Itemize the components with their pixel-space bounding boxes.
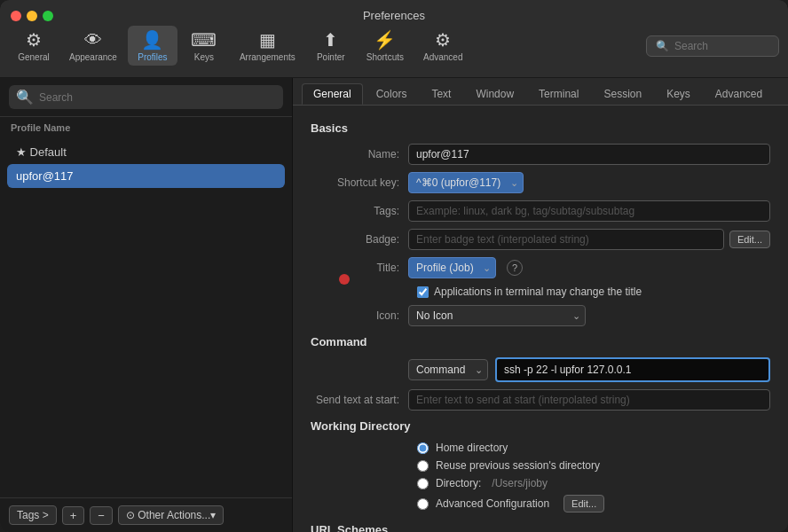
icon-row: Icon: No Icon (311, 305, 770, 326)
tags-label: Tags: (311, 205, 408, 217)
icon-select[interactable]: No Icon (408, 305, 586, 326)
remove-profile-button[interactable]: − (90, 506, 113, 525)
profile-item-upfor[interactable]: upfor@117 (7, 164, 285, 188)
add-profile-button[interactable]: + (62, 506, 85, 525)
search-icon: 🔍 (656, 40, 669, 52)
toolbar-profiles[interactable]: 👤 Profiles (128, 26, 177, 66)
close-button[interactable] (11, 11, 21, 21)
minimize-button[interactable] (27, 11, 37, 21)
main-content: 🔍 Profile Name ★ Default upfor@117 Tags … (0, 78, 788, 532)
search-input[interactable] (674, 40, 772, 52)
command-input-field[interactable] (495, 357, 770, 382)
sidebar-header: Profile Name (0, 117, 292, 137)
tab-window[interactable]: Window (464, 83, 525, 105)
home-dir-radio[interactable] (417, 442, 429, 454)
toolbar-arrangements-label: Arrangements (240, 52, 296, 62)
toolbar-keys-label: Keys (194, 52, 214, 62)
sidebar-search-area: 🔍 (0, 78, 292, 117)
titlebar: Preferences ⚙ General 👁 Appearance 👤 Pro… (0, 0, 788, 78)
command-type-select[interactable]: Command (408, 359, 488, 380)
badge-label: Badge: (311, 233, 408, 246)
general-icon: ⚙ (26, 29, 42, 51)
shortcuts-icon: ⚡ (374, 29, 396, 51)
title-checkbox-row: Applications in terminal may change the … (417, 286, 770, 298)
other-actions-label: ⊙ Other Actions... (126, 509, 210, 521)
reuse-session-label: Reuse previous session's directory (436, 459, 600, 472)
upfor-profile-label: upfor@117 (16, 169, 74, 183)
send-text-label: Send text at start: (311, 394, 408, 406)
sidebar: 🔍 Profile Name ★ Default upfor@117 Tags … (0, 78, 293, 532)
tab-terminal[interactable]: Terminal (527, 83, 590, 105)
advanced-config-radio[interactable] (417, 498, 429, 510)
command-type-row: Command (311, 357, 770, 382)
home-dir-label: Home directory (436, 442, 508, 454)
advanced-icon: ⚙ (435, 29, 451, 51)
custom-dir-radio[interactable] (417, 478, 429, 489)
badge-control: Edit... (408, 229, 770, 250)
pointer-icon: ⬆ (323, 29, 338, 51)
sidebar-search-box[interactable]: 🔍 (9, 85, 283, 109)
url-schemes-section-title: URL Schemes (311, 523, 770, 532)
send-text-row: Send text at start: (311, 389, 770, 411)
title-row: Title: Profile (Job) ? (311, 257, 770, 278)
shortcut-row: Shortcut key: ^⌘0 (upfor@117) (311, 172, 770, 193)
toolbar-appearance-label: Appearance (69, 52, 117, 62)
send-text-input[interactable] (408, 389, 770, 411)
toolbar-advanced[interactable]: ⚙ Advanced (414, 26, 471, 66)
appearance-icon: 👁 (84, 30, 102, 51)
toolbar-general-label: General (18, 52, 50, 62)
tab-keys[interactable]: Keys (655, 83, 702, 105)
command-type-select-container: Command (408, 359, 488, 380)
icon-select-container: No Icon (408, 305, 586, 326)
tags-button[interactable]: Tags > (9, 505, 57, 525)
shortcut-select[interactable]: ^⌘0 (upfor@117) (408, 172, 524, 193)
working-dir-section-title: Working Directory (311, 419, 770, 433)
toolbar-shortcuts[interactable]: ⚡ Shortcuts (358, 26, 413, 66)
toolbar-arrangements[interactable]: ▦ Arrangements (231, 26, 304, 66)
title-change-checkbox[interactable] (417, 286, 429, 298)
toolbar-general[interactable]: ⚙ General (9, 26, 59, 66)
tab-colors[interactable]: Colors (365, 83, 419, 105)
tab-general[interactable]: General (302, 83, 363, 105)
preferences-window: Preferences ⚙ General 👁 Appearance 👤 Pro… (0, 0, 788, 532)
red-dot-indicator (339, 274, 350, 285)
toolbar-search[interactable]: 🔍 (646, 35, 779, 57)
tab-session[interactable]: Session (592, 83, 653, 105)
profile-content: Basics Name: Shortcut key: ^⌘0 (upfor@11… (293, 106, 788, 532)
reuse-session-radio[interactable] (417, 460, 429, 472)
toolbar-keys[interactable]: ⌨ Keys (179, 26, 229, 66)
title-help-button[interactable]: ? (507, 260, 523, 276)
tags-input[interactable] (408, 200, 770, 222)
icon-control: No Icon (408, 305, 770, 326)
shortcut-control: ^⌘0 (upfor@117) (408, 172, 770, 193)
badge-input-row: Edit... (408, 229, 770, 250)
title-select[interactable]: Profile (Job) (408, 257, 496, 278)
advanced-config-label: Advanced Configuration (436, 497, 549, 510)
toolbar-pointer[interactable]: ⬆ Pointer (306, 26, 356, 66)
other-actions-button[interactable]: ⊙ Other Actions... ▾ (118, 505, 224, 525)
default-profile-label: ★ Default (16, 145, 67, 159)
toolbar-shortcuts-label: Shortcuts (366, 52, 404, 62)
toolbar-profiles-label: Profiles (138, 52, 167, 62)
toolbar-pointer-label: Pointer (317, 52, 345, 62)
badge-input[interactable] (408, 229, 724, 250)
toolbar-appearance[interactable]: 👁 Appearance (60, 27, 126, 66)
tab-advanced[interactable]: Advanced (704, 83, 774, 105)
tab-text[interactable]: Text (420, 83, 462, 105)
advanced-config-edit-button[interactable]: Edit... (563, 495, 604, 512)
maximize-button[interactable] (43, 11, 53, 21)
toolbar: ⚙ General 👁 Appearance 👤 Profiles ⌨ Keys… (0, 26, 788, 66)
badge-edit-button[interactable]: Edit... (729, 231, 770, 248)
dir-path: /Users/jioby (492, 477, 548, 489)
badge-row: Badge: Edit... (311, 229, 770, 250)
command-input-row: Command (408, 357, 770, 382)
sidebar-search-input[interactable] (39, 91, 276, 104)
working-dir-radio-group: Home directory Reuse previous session's … (417, 442, 770, 512)
profile-item-default[interactable]: ★ Default (7, 140, 285, 164)
name-control (408, 144, 770, 165)
command-type-control: Command (408, 357, 770, 382)
arrangements-icon: ▦ (259, 29, 276, 51)
name-input[interactable] (408, 144, 770, 165)
custom-dir-label: Directory: (436, 477, 481, 489)
sidebar-search-icon: 🔍 (16, 89, 34, 106)
